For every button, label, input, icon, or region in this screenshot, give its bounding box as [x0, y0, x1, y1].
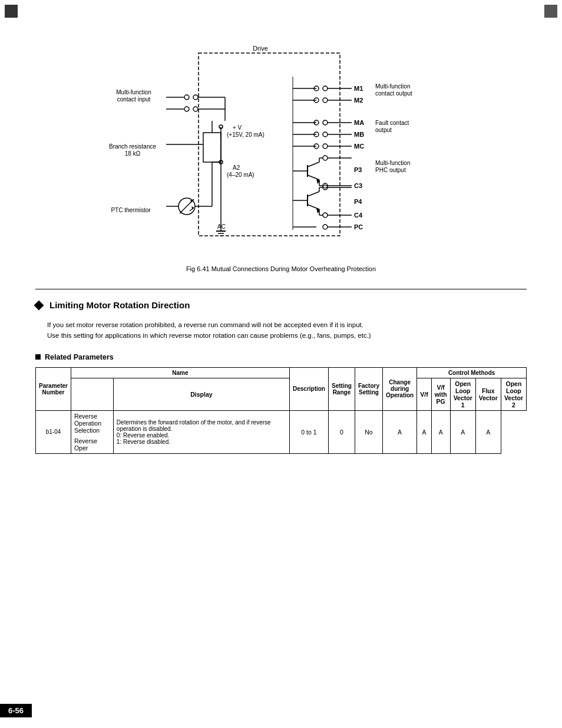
page-footer: 6-56	[0, 704, 562, 717]
col-header-factory-setting: FactorySetting	[355, 367, 382, 410]
svg-text:MB: MB	[354, 131, 364, 138]
corner-mark-tr	[544, 5, 557, 18]
body-text-line2: Use this setting for applications in whi…	[47, 330, 527, 341]
cell-factory-setting: 0	[328, 410, 355, 453]
section-title: Limiting Motor Rotation Direction	[49, 300, 190, 310]
svg-point-48	[323, 98, 328, 103]
svg-point-10	[193, 107, 198, 111]
cell-vf-with-pg: A	[417, 410, 431, 453]
svg-text:P4: P4	[354, 198, 362, 205]
svg-text:Drive: Drive	[253, 45, 268, 52]
svg-text:C4: C4	[354, 212, 363, 219]
svg-text:PHC output: PHC output	[375, 167, 406, 173]
svg-text:AC: AC	[217, 223, 226, 230]
body-text-line1: If you set motor reverse rotation prohib…	[47, 319, 527, 330]
col-sub-name-top	[71, 378, 113, 410]
square-bullet-icon	[35, 354, 41, 360]
svg-text:C3: C3	[354, 182, 362, 189]
svg-text:P3: P3	[354, 166, 362, 173]
svg-text:18 kΩ: 18 kΩ	[125, 150, 141, 157]
svg-text:contact output: contact output	[375, 90, 412, 97]
svg-text:MA: MA	[354, 119, 364, 126]
page-number: 6-56	[0, 704, 32, 717]
body-text: If you set motor reverse rotation prohib…	[47, 319, 527, 341]
svg-point-44	[323, 86, 328, 91]
col-header-vf: V/f	[417, 378, 431, 410]
svg-text:Multi-function: Multi-function	[375, 160, 410, 166]
cell-vf: A	[383, 410, 417, 453]
svg-rect-15	[203, 133, 221, 162]
section-heading: Limiting Motor Rotation Direction	[35, 300, 527, 310]
svg-text:Fault  contact: Fault contact	[375, 120, 409, 126]
diagram-svg: Drive Multi-function contact input	[35, 41, 527, 259]
cell-change-during-op: No	[355, 410, 382, 453]
cell-param-number: b1-04	[36, 410, 71, 453]
svg-text:output: output	[375, 127, 392, 133]
params-table: ParameterNumber Name Description Setting…	[35, 367, 527, 454]
col-header-setting-range: SettingRange	[328, 367, 355, 410]
svg-text:PTC thermistor: PTC thermistor	[111, 207, 151, 213]
svg-point-9	[184, 107, 189, 111]
col-sub-display: Display	[113, 378, 289, 410]
svg-text:contact input: contact input	[117, 96, 151, 103]
col-header-open-loop-v1: OpenLoopVector1	[450, 378, 475, 410]
svg-text:Multi-function: Multi-function	[116, 89, 151, 95]
col-header-description: Description	[289, 367, 328, 410]
col-header-vf-with-pg: V/fwithPG	[431, 378, 450, 410]
related-params-heading: Related Parameters	[35, 353, 527, 361]
table-row: b1-04 ReverseOperationSelection Determin…	[36, 410, 527, 436]
svg-line-71	[308, 175, 319, 180]
col-header-flux-vector: FluxVector	[475, 378, 501, 410]
cell-flux-vector: A	[450, 410, 475, 453]
table-header-row-1: ParameterNumber Name Description Setting…	[36, 367, 527, 378]
page-container: Drive Multi-function contact input	[0, 0, 562, 728]
col-header-open-loop-v2: OpenLoopVector2	[501, 378, 526, 410]
svg-text:MC: MC	[354, 143, 364, 150]
table-header-row-2: Display V/f V/fwithPG OpenLoopVector1 Fl…	[36, 378, 527, 410]
svg-point-75	[323, 156, 328, 160]
diagram-area: Drive Multi-function contact input	[35, 41, 527, 272]
svg-text:Branch resistance: Branch resistance	[109, 143, 156, 150]
svg-point-54	[323, 120, 328, 125]
svg-text:M1: M1	[354, 85, 363, 92]
svg-point-100	[323, 225, 328, 229]
diamond-bullet-icon	[34, 300, 44, 310]
col-header-param-number: ParameterNumber	[36, 367, 71, 410]
svg-text:+ V: + V	[233, 124, 242, 131]
cell-name-top: ReverseOperationSelection	[71, 410, 113, 436]
svg-point-5	[184, 95, 189, 100]
svg-text:(4–20 mA): (4–20 mA)	[227, 172, 254, 178]
svg-point-58	[323, 132, 328, 137]
corner-mark-tl	[5, 5, 18, 18]
svg-line-70	[308, 162, 319, 167]
svg-point-64	[323, 144, 328, 149]
svg-line-87	[308, 192, 319, 196]
col-header-name: Name	[71, 367, 289, 378]
svg-line-88	[308, 205, 319, 209]
cell-open-loop-v1: A	[431, 410, 450, 453]
col-header-control-methods: Control Methods	[417, 367, 527, 378]
cell-open-loop-v2: A	[475, 410, 501, 453]
diagram-caption: Fig 6.41 Mutual Connections During Motor…	[186, 265, 376, 272]
svg-text:M2: M2	[354, 97, 363, 104]
col-header-change-during-op: ChangeduringOperation	[383, 367, 417, 410]
cell-name-bottom: Reverse Oper	[71, 436, 113, 454]
cell-setting-range: 0 to 1	[289, 410, 328, 453]
svg-text:A2: A2	[233, 164, 240, 171]
cell-description: Determines the forward rotation of the m…	[113, 410, 289, 453]
svg-text:PC: PC	[354, 223, 363, 230]
svg-text:(+15V,  20 mA): (+15V, 20 mA)	[227, 131, 265, 138]
svg-point-95	[323, 213, 328, 218]
related-params-title: Related Parameters	[45, 353, 114, 361]
svg-point-6	[193, 95, 198, 100]
section-divider	[35, 289, 527, 289]
svg-text:Multi-function: Multi-function	[375, 83, 410, 90]
